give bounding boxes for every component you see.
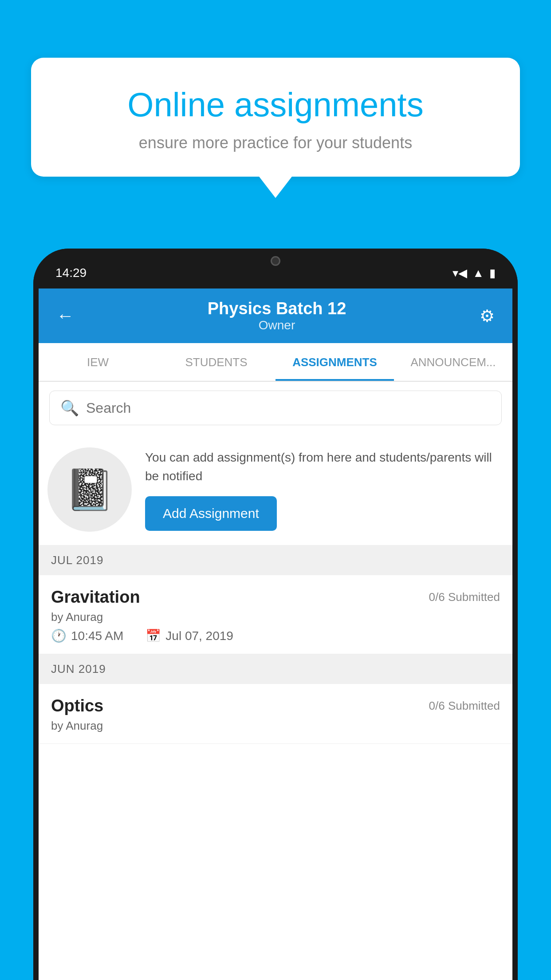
header-subtitle: Owner [208, 318, 346, 332]
search-icon: 🔍 [60, 399, 79, 417]
assignment-name-optics: Optics [51, 696, 103, 715]
assignment-date: Jul 07, 2019 [165, 629, 233, 643]
search-container: 🔍 [39, 382, 512, 434]
assignment-item-optics[interactable]: Optics 0/6 Submitted by Anurag [39, 684, 512, 744]
assignment-name: Gravitation [51, 588, 140, 607]
status-icons: ▾◀ ▲ ▮ [453, 266, 496, 280]
assignment-time: 10:45 AM [71, 629, 123, 643]
promo-text: You can add assignment(s) from here and … [145, 448, 499, 486]
header-title: Physics Batch 12 [208, 299, 346, 318]
tab-assignments[interactable]: ASSIGNMENTS [276, 343, 394, 381]
app-screen: ← Physics Batch 12 Owner ⚙ IEW STUDENTS … [39, 288, 512, 980]
assignment-row1-optics: Optics 0/6 Submitted [51, 696, 500, 715]
search-input[interactable] [86, 400, 491, 416]
assignment-author: by Anurag [51, 610, 500, 624]
settings-button[interactable]: ⚙ [480, 306, 495, 326]
signal-icon: ▲ [472, 266, 484, 280]
tabs-bar: IEW STUDENTS ASSIGNMENTS ANNOUNCEM... [39, 343, 512, 382]
phone-frame: 14:29 ▾◀ ▲ ▮ ← Physics Batch 12 Owner ⚙ … [33, 249, 518, 980]
assignment-item-gravitation[interactable]: Gravitation 0/6 Submitted by Anurag 🕐 10… [39, 575, 512, 654]
assignment-row1: Gravitation 0/6 Submitted [51, 588, 500, 607]
assignment-submitted: 0/6 Submitted [429, 590, 500, 604]
promo-icon-circle: 📓 [47, 447, 132, 532]
battery-icon: ▮ [489, 266, 496, 280]
notch [240, 249, 311, 273]
bubble-title: Online assignments [62, 84, 489, 125]
calendar-icon: 📅 [146, 628, 161, 643]
tab-announcements[interactable]: ANNOUNCEM... [394, 343, 512, 381]
app-header: ← Physics Batch 12 Owner ⚙ [39, 288, 512, 343]
clock-icon: 🕐 [51, 628, 67, 643]
add-assignment-button[interactable]: Add Assignment [145, 496, 277, 531]
promo-content: You can add assignment(s) from here and … [145, 448, 499, 531]
wifi-icon: ▾◀ [453, 266, 467, 280]
camera-dot [271, 256, 280, 266]
speech-bubble-container: Online assignments ensure more practice … [31, 58, 520, 177]
assignment-author-optics: by Anurag [51, 719, 500, 733]
status-bar: 14:29 ▾◀ ▲ ▮ [33, 249, 518, 288]
promo-section: 📓 You can add assignment(s) from here an… [39, 434, 512, 545]
status-time: 14:29 [55, 266, 87, 280]
bubble-subtitle: ensure more practice for your students [62, 134, 489, 152]
notebook-icon: 📓 [65, 466, 114, 513]
speech-bubble: Online assignments ensure more practice … [31, 58, 520, 177]
tab-students[interactable]: STUDENTS [157, 343, 276, 381]
back-button[interactable]: ← [56, 306, 74, 326]
assignment-submitted-optics: 0/6 Submitted [429, 699, 500, 713]
header-center: Physics Batch 12 Owner [208, 299, 346, 332]
section-header-jun: JUN 2019 [39, 654, 512, 684]
assignment-time-date: 🕐 10:45 AM 📅 Jul 07, 2019 [51, 628, 500, 643]
search-input-wrapper[interactable]: 🔍 [49, 391, 502, 425]
section-header-jul: JUL 2019 [39, 545, 512, 575]
tab-iew[interactable]: IEW [39, 343, 157, 381]
